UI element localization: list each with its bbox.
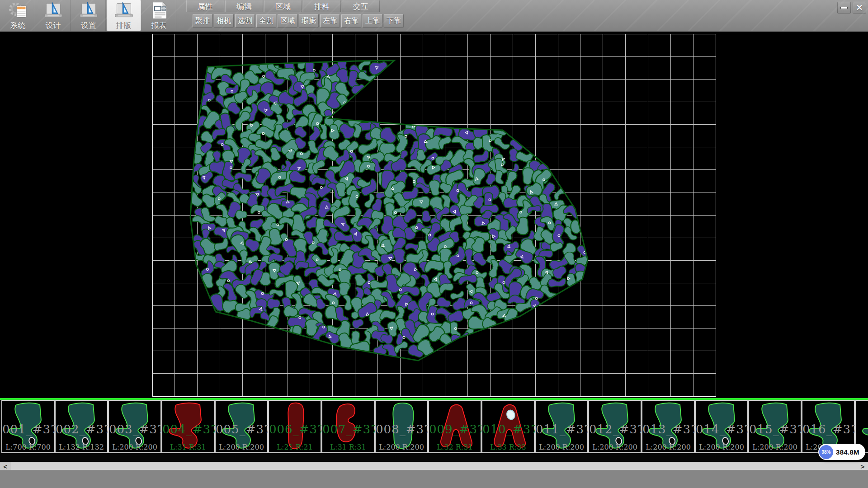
tool-button-cut-all[interactable]: 全割 (256, 14, 276, 28)
piece-lr-count-label: L:32 R:31 (429, 443, 481, 451)
piece-id-label: 013_#37 (642, 422, 694, 436)
piece-id-label: 015_#37 (749, 422, 801, 436)
tool-button-defect[interactable]: 瑕疵 (299, 14, 319, 28)
nesting-ruler-icon (113, 1, 134, 20)
piece-lr-count-label: L:21 R:21 (269, 443, 321, 451)
piece-id-label: 014_#37 (696, 422, 747, 436)
piece-id-label: 001_#37 (2, 422, 54, 436)
piece-lr-count-label: L:200 R:200 (749, 443, 801, 451)
tool-button-select-cut[interactable]: 选割 (235, 14, 255, 28)
big-button-nesting[interactable]: 排版 (107, 0, 141, 31)
menu-item-attributes[interactable]: 属性 (186, 0, 224, 12)
big-button-label: 设计 (46, 20, 61, 31)
settings-ruler-icon (78, 1, 99, 20)
piece-lr-count-label: L:200 R:200 (589, 443, 641, 451)
close-icon: ✕ (856, 4, 863, 12)
main-tab-bar: 系统设计设置排版报表 (1, 0, 177, 31)
minimize-icon (840, 7, 848, 9)
piece-id-label: 005_#37 (216, 422, 267, 436)
big-button-system[interactable]: 系统 (1, 0, 35, 31)
thumbnail-cell[interactable]: 002_#37L:132 R:132 (55, 400, 108, 453)
design-ruler-icon (43, 1, 64, 20)
piece-lr-count-label: L:200 R:200 (216, 443, 267, 451)
thumbnail-cell[interactable]: 015_#37L:200 R:200 (748, 400, 802, 453)
close-button[interactable]: ✕ (853, 2, 866, 14)
big-button-label: 报表 (151, 20, 167, 31)
menu-item-interact[interactable]: 交互 (342, 0, 380, 12)
big-button-report[interactable]: 报表 (142, 0, 176, 31)
tool-button-snap-down[interactable]: 下靠 (384, 14, 404, 28)
piece-id-label: 006_#37 (269, 422, 321, 436)
tool-button-snap-up[interactable]: 上靠 (363, 14, 382, 28)
piece-id-label: 016_#37 (802, 422, 854, 436)
report-icon (149, 1, 170, 20)
tool-bar: 聚排相机选割全割区域瑕疵左靠右靠上靠下靠 (193, 14, 405, 28)
horizontal-scrollbar[interactable]: < > (0, 462, 868, 470)
scroll-right-arrow-icon[interactable]: > (857, 462, 868, 470)
progress-badge[interactable]: 38% 384.8M (818, 444, 865, 460)
menu-item-nest[interactable]: 排料 (303, 0, 341, 12)
thumbnail-cell[interactable]: 009_#37L:32 R:31 (428, 400, 481, 453)
piece-lr-count-label: L:132 R:132 (56, 443, 107, 451)
memory-value: 384.8M (836, 448, 859, 456)
thumbnail-cell[interactable]: 013_#37L:200 R:200 (642, 400, 695, 453)
piece-lr-count-label: L:31 R:31 (162, 443, 214, 451)
tool-button-camera[interactable]: 相机 (214, 14, 234, 28)
piece-lr-count-label: L:33 R:33 (482, 443, 534, 451)
system-gear-icon (8, 1, 28, 20)
tool-button-snap-right[interactable]: 右靠 (341, 14, 361, 28)
tool-button-cluster-nest[interactable]: 聚排 (193, 14, 212, 28)
piece-lr-count-label: L:200 R:200 (642, 443, 694, 451)
thumbnail-cell[interactable]: 003_#37L:200 R:200 (108, 400, 161, 453)
thumbnail-cell[interactable]: 012_#37L:200 R:200 (588, 400, 642, 453)
menu-item-region[interactable]: 区域 (264, 0, 302, 12)
piece-id-label: 004_#37 (162, 422, 214, 436)
piece-id-label: 008_#37 (376, 422, 427, 436)
piece-id-label: 002_#37 (56, 422, 107, 436)
piece-id-label: 011_#37 (536, 422, 587, 436)
menu-item-edit[interactable]: 编辑 (225, 0, 263, 12)
scroll-left-arrow-icon[interactable]: < (0, 462, 11, 470)
thumbnail-cell[interactable]: 010_#37L:33 R:33 (481, 400, 535, 453)
thumbnail-cell[interactable]: 001_#37L:700 R:700 (1, 400, 55, 453)
piece-lr-count-label: L:31 R:31 (322, 443, 374, 451)
hide-nesting-view (0, 32, 868, 398)
piece-thumbnail-strip: 001_#37L:700 R:700002_#37L:132 R:132003_… (0, 400, 868, 462)
nesting-canvas[interactable] (0, 32, 868, 398)
big-button-label: 设置 (81, 20, 96, 31)
window-controls: ✕ (837, 2, 866, 14)
big-button-label: 排版 (116, 20, 132, 31)
minimize-button[interactable] (837, 2, 851, 14)
piece-id-label: 003_#37 (109, 422, 160, 436)
piece-lr-count-label: L:200 R:200 (109, 443, 160, 451)
thumbnail-cell[interactable]: 007_#37L:31 R:31 (321, 400, 375, 453)
progress-percent: 38% (819, 445, 833, 459)
piece-id-label: 007_#37 (322, 422, 374, 436)
tool-button-snap-left[interactable]: 左靠 (320, 14, 340, 28)
thumbnail-cell[interactable]: 008_#37L:200 R:200 (375, 400, 428, 453)
thumbnail-cell[interactable]: 011_#37L:200 R:200 (535, 400, 588, 453)
piece-id-label: 012_#37 (589, 422, 641, 436)
big-button-settings[interactable]: 设置 (71, 0, 106, 31)
tool-button-region[interactable]: 区域 (278, 14, 297, 28)
app-window: 系统设计设置排版报表 属性编辑区域排料交互 聚排相机选割全割区域瑕疵左靠右靠上靠… (0, 0, 868, 488)
piece-id-label: 010_#37 (482, 422, 534, 436)
toolbar: 系统设计设置排版报表 属性编辑区域排料交互 聚排相机选割全割区域瑕疵左靠右靠上靠… (0, 0, 868, 32)
thumbnail-cell[interactable]: 006_#37L:21 R:21 (268, 400, 321, 453)
big-button-design[interactable]: 设计 (36, 0, 71, 31)
thumbnail-cell[interactable]: 005_#37L:200 R:200 (215, 400, 268, 453)
status-bar (0, 470, 868, 488)
thumbnail-cell[interactable]: 004_#37L:31 R:31 (161, 400, 215, 453)
menu-bar: 属性编辑区域排料交互 (186, 0, 381, 12)
thumbnail-cell[interactable]: 014_#37L:200 R:200 (695, 400, 748, 453)
big-button-label: 系统 (10, 20, 26, 31)
piece-lr-count-label: L:200 R:200 (376, 443, 427, 451)
piece-id-label: 009_#37 (429, 422, 481, 436)
piece-lr-count-label: L:200 R:200 (536, 443, 587, 451)
piece-lr-count-label: L:700 R:700 (2, 443, 54, 451)
piece-lr-count-label: L:200 R:200 (696, 443, 747, 451)
